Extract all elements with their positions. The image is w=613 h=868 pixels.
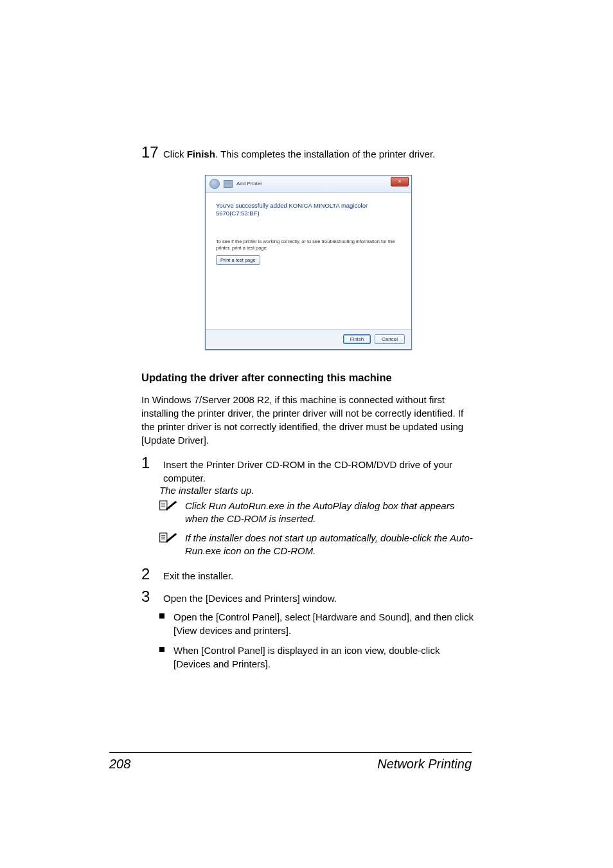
footer-section: Network Printing [377, 757, 472, 772]
page-footer: 208 Network Printing [109, 752, 472, 772]
svg-rect-0 [160, 501, 167, 510]
step-3: 3 Open the [Devices and Printers] window… [141, 586, 475, 608]
success-line2: 5670(C7:53:BF) [216, 210, 401, 218]
text-prefix: Click [163, 149, 187, 159]
list-item: When [Control Panel] is displayed in an … [159, 644, 475, 671]
step-number: 17 [141, 141, 157, 163]
note-icon [159, 532, 177, 543]
note-icon [159, 500, 177, 511]
note-text: If the installer does not start up autom… [185, 532, 475, 558]
section-heading: Updating the driver after connecting thi… [141, 372, 475, 384]
note-manual-run: If the installer does not start up autom… [159, 532, 475, 558]
step-3-bullets: Open the [Control Panel], select [Hardwa… [159, 610, 475, 671]
note-text: Click Run AutoRun.exe in the AutoPlay di… [185, 500, 475, 526]
cancel-button[interactable]: Cancel [375, 334, 405, 344]
step-2: 2 Exit the installer. [141, 563, 475, 585]
print-test-page-button[interactable]: Print a test page [216, 255, 260, 265]
step-number: 3 [141, 586, 157, 608]
test-page-info: To see if the printer is working correct… [216, 239, 401, 251]
content-column: 17 Click Finish. This completes the inst… [141, 141, 475, 671]
list-item: Open the [Control Panel], select [Hardwa… [159, 610, 475, 637]
printer-icon [224, 180, 233, 188]
step-text: Exit the installer. [163, 569, 233, 583]
back-icon[interactable] [209, 179, 220, 189]
step-17: 17 Click Finish. This completes the inst… [141, 141, 475, 163]
dialog-body: You've successfully added KONICA MINOLTA… [206, 193, 411, 330]
note-autorun: Click Run AutoRun.exe in the AutoPlay di… [159, 500, 475, 526]
step-text: Insert the Printer Driver CD-ROM in the … [163, 458, 475, 485]
close-button[interactable]: x [391, 177, 409, 186]
installer-starts-note: The installer starts up. [159, 485, 475, 496]
finish-button[interactable]: Finish [343, 334, 371, 344]
dialog-footer: Finish Cancel [206, 329, 411, 349]
text-bold: Finish [187, 149, 215, 159]
step-text: Click Finish. This completes the install… [163, 147, 435, 161]
success-message: You've successfully added KONICA MINOLTA… [216, 202, 401, 219]
step-number: 2 [141, 563, 157, 585]
text-suffix: . This completes the installation of the… [215, 149, 435, 159]
page-number: 208 [109, 757, 130, 772]
step-1: 1 Insert the Printer Driver CD-ROM in th… [141, 452, 475, 485]
svg-rect-4 [160, 533, 167, 542]
step-text: Open the [Devices and Printers] window. [163, 592, 337, 605]
step-number: 1 [141, 452, 157, 474]
dialog-titlebar: Add Printer x [206, 176, 411, 193]
manual-page: 17 Click Finish. This completes the inst… [0, 0, 613, 868]
dialog-title: Add Printer [236, 181, 262, 186]
success-line1: You've successfully added KONICA MINOLTA… [216, 202, 401, 210]
add-printer-dialog-screenshot: Add Printer x You've successfully added … [205, 175, 412, 350]
section-intro: In Windows 7/Server 2008 R2, if this mac… [141, 393, 475, 447]
